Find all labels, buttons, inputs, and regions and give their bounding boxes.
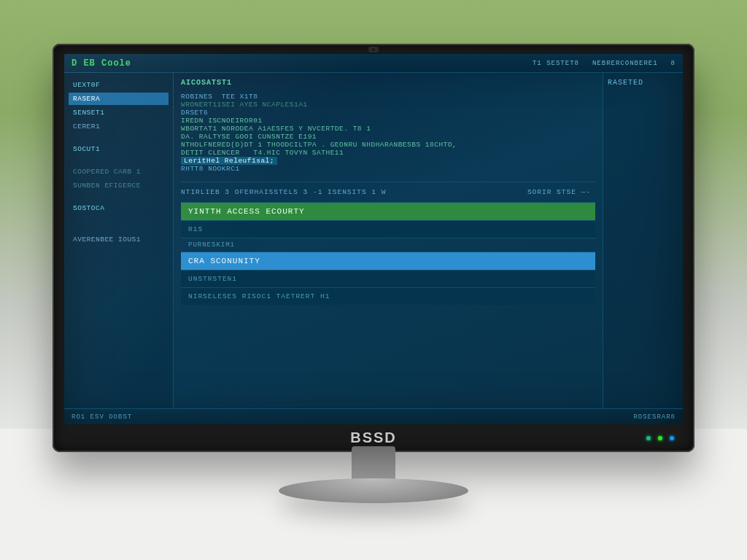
code-line-3: IREDN ISCNOEIROR01 xyxy=(181,117,595,125)
main-panel: AICOSATST1 ROBINES TEE X1T8 WRONERT11SEI… xyxy=(174,73,603,408)
code-highlight[interactable]: LeritHel Releuf1sal; xyxy=(181,157,277,165)
sidebar-item-8[interactable]: AVERENBEE IOUS1 xyxy=(69,233,169,246)
monitor-webcam xyxy=(371,47,376,52)
sidebar: UEXT0F RASERA SENSET1 CERER1 SOCUT1 COOP… xyxy=(64,73,174,408)
right-column: RASETED xyxy=(603,73,683,408)
main-divider xyxy=(181,182,595,182)
right-column-heading: RASETED xyxy=(608,79,678,87)
titlebar-meta: T1 SESTET8 NEBRERCONBERE1 8 xyxy=(533,60,676,67)
code-line-6: DA. RALTYSE GOOI CUNSNTZE E191 xyxy=(181,133,595,141)
monitor-stand-neck xyxy=(352,446,395,483)
code-line-1: WRONERT11SEI AYES NCAPLES1A1 xyxy=(181,101,595,109)
screen: D EB Coole T1 SESTET8 NEBRERCONBERE1 8 U… xyxy=(64,54,683,424)
code-highlight-line: LeritHel Releuf1sal; xyxy=(181,157,595,165)
security-row-pre: PURNESKIM1 xyxy=(181,238,595,252)
code-postline: RHTT8 NOOKRC1 xyxy=(181,165,595,173)
status-bar-left: RO1 ESV DOBST xyxy=(71,413,132,421)
sidebar-item-1[interactable]: RASERA xyxy=(69,93,169,105)
sidebar-item-5[interactable]: COOPERED CARB 1 xyxy=(69,166,169,178)
status-right: SORIR STSE —- xyxy=(527,188,591,196)
main-heading: AICOSATST1 xyxy=(181,79,595,87)
status-row: NTIRLIEB 3 OFERHAISSTELS 3 -1 ISENSITS 1… xyxy=(181,188,595,196)
titlebar-meta-2: NEBRERCONBERE1 xyxy=(592,60,658,67)
security-row-community-label: CRA SCONUNITY xyxy=(188,257,260,265)
status-bar: RO1 ESV DOBST ROSESRAR8 xyxy=(64,408,683,424)
status-left: NTIRLIEB 3 OFERHAISSTELS 3 -1 ISENSITS 1… xyxy=(181,188,386,196)
security-panel: YINTTH ACCESS ECOURTY R1S PURNESKIM1 CRA… xyxy=(181,202,595,305)
sidebar-item-6[interactable]: SUNBEN EFIGERCE xyxy=(69,179,169,192)
titlebar-meta-1: T1 SESTET8 xyxy=(533,60,579,67)
monitor-led-cluster xyxy=(646,436,674,440)
sidebar-item-2[interactable]: SENSET1 xyxy=(69,106,169,119)
security-row-community[interactable]: CRA SCONUNITY xyxy=(181,252,595,270)
code-line-8: DETIT CLENCER T4.HIC TOVYN SATHE11 xyxy=(181,149,595,157)
security-row-access-label: YINTTH ACCESS ECOURTY xyxy=(188,207,305,216)
code-line-0: ROBINES TEE X1T8 xyxy=(181,93,595,101)
app-logo-text: D EB Coole xyxy=(71,58,131,69)
security-row-3[interactable]: UNSTRSTEN1 xyxy=(181,270,595,287)
security-row-access-sub: R1S xyxy=(181,220,595,238)
titlebar-meta-3: 8 xyxy=(671,60,676,67)
sidebar-item-0[interactable]: UEXT0F xyxy=(69,79,169,91)
sidebar-item-4[interactable]: SOCUT1 xyxy=(69,143,169,155)
sidebar-item-3[interactable]: CERER1 xyxy=(69,120,169,133)
security-row-4[interactable]: NIRSELESES RISOC1 TAETRERT H1 xyxy=(181,287,595,305)
code-line-2: DRSET6 xyxy=(181,109,595,117)
monitor-frame: BSSD D EB Coole T1 SESTET8 NEBRERCONBERE… xyxy=(53,44,694,452)
status-bar-right: ROSESRAR8 xyxy=(633,413,676,421)
code-line-7: NTHOLFNERED(D)DT 1 THOODCILTPA . GEONRU … xyxy=(181,141,595,149)
titlebar: D EB Coole T1 SESTET8 NEBRERCONBERE1 8 xyxy=(64,54,683,73)
code-block: ROBINES TEE X1T8 WRONERT11SEI AYES NCAPL… xyxy=(181,93,595,173)
security-row-access[interactable]: YINTTH ACCESS ECOURTY xyxy=(181,202,595,220)
code-line-5: WBORTAT1 NORODEA A1AESFES Y NVCERTDE. T8… xyxy=(181,125,595,133)
monitor-stand-base xyxy=(279,478,468,503)
sidebar-item-7[interactable]: SOSTOCA xyxy=(69,202,169,214)
monitor-brand-label: BSSD xyxy=(350,429,397,446)
